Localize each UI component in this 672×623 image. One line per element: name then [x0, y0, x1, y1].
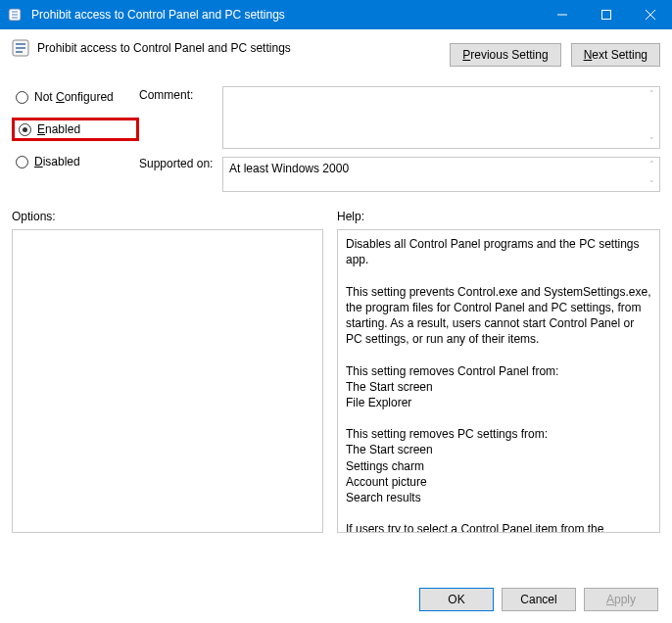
radio-not-configured[interactable]: Not Configured — [12, 88, 139, 106]
next-setting-button[interactable]: Next Setting — [571, 43, 660, 67]
maximize-button[interactable] — [584, 0, 628, 29]
window-title: Prohibit access to Control Panel and PC … — [29, 8, 540, 22]
radio-enabled[interactable]: Enabled — [12, 118, 139, 141]
policy-title: Prohibit access to Control Panel and PC … — [37, 41, 291, 55]
app-icon — [0, 7, 29, 23]
apply-button[interactable]: Apply — [584, 588, 658, 611]
titlebar: Prohibit access to Control Panel and PC … — [0, 0, 672, 29]
scroll-hint-icon: ˄˅ — [646, 160, 657, 189]
comment-label: Comment: — [139, 86, 222, 153]
ok-button[interactable]: OK — [419, 588, 494, 611]
lower-panes: Options: Help: Disables all Control Pane… — [12, 210, 660, 533]
previous-setting-button[interactable]: Previous Setting — [450, 43, 560, 67]
supported-on-box: At least Windows 2000 ˄˅ — [222, 157, 660, 192]
minimize-button[interactable] — [540, 0, 584, 29]
options-label: Options: — [12, 210, 323, 223]
cancel-button[interactable]: Cancel — [502, 588, 576, 611]
scroll-hint-icon: ˄˅ — [646, 89, 657, 146]
options-pane[interactable] — [12, 229, 323, 533]
supported-on-value: At least Windows 2000 — [229, 162, 349, 175]
comment-textarea[interactable]: ˄˅ — [222, 86, 660, 149]
window-controls — [540, 0, 672, 29]
dialog-footer: OK Cancel Apply — [419, 588, 658, 611]
help-label: Help: — [337, 210, 660, 223]
policy-icon — [12, 39, 29, 57]
help-pane[interactable]: Disables all Control Panel programs and … — [337, 229, 660, 533]
svg-rect-2 — [601, 11, 610, 20]
radio-disabled[interactable]: Disabled — [12, 153, 139, 170]
supported-on-label: Supported on: — [139, 153, 222, 170]
config-section: Not Configured Enabled Disabled Comment:… — [12, 86, 660, 192]
state-radios: Not Configured Enabled Disabled — [12, 86, 139, 192]
content-area: Prohibit access to Control Panel and PC … — [0, 29, 672, 533]
close-button[interactable] — [628, 0, 672, 29]
header-row: Prohibit access to Control Panel and PC … — [12, 39, 660, 67]
